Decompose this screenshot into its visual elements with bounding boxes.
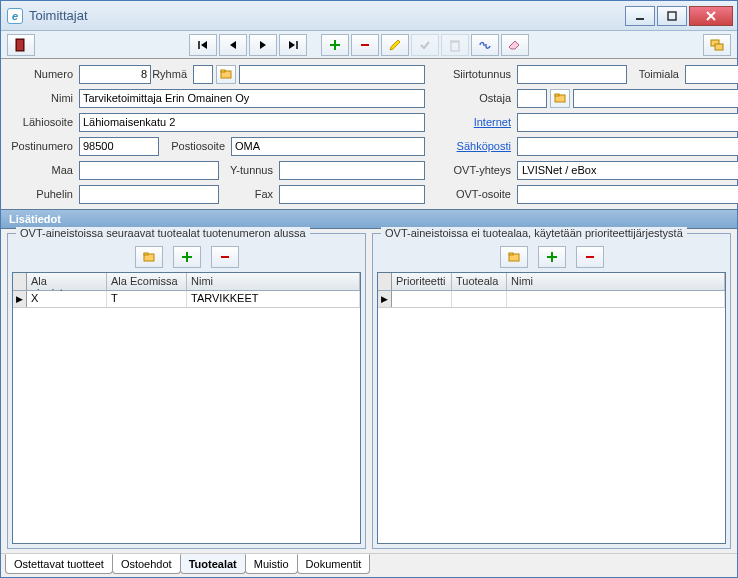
sahkoposti-label[interactable]: Sähköposti (435, 140, 517, 152)
ytunnus-label: Y-tunnus (219, 164, 279, 176)
ostaja-lookup-button[interactable] (550, 89, 570, 108)
ryhma-input[interactable] (193, 65, 213, 84)
first-button[interactable] (189, 34, 217, 56)
grid-left[interactable]: Ala aineistossa Ala Ecomissa Nimi ▶ X T … (12, 272, 361, 544)
toimiala-label: Toimiala (627, 68, 685, 80)
folder-icon (143, 252, 155, 262)
last-button[interactable] (279, 34, 307, 56)
group-right-label: OVT-aineistoissa ei tuotealaa, käytetään… (381, 227, 687, 239)
internet-input[interactable] (517, 113, 738, 132)
plus-icon (546, 251, 558, 263)
maa-input[interactable] (79, 161, 219, 180)
tab-ostoehdot[interactable]: Ostoehdot (112, 554, 181, 574)
confirm-button (411, 34, 439, 56)
window-title: Toimittajat (29, 8, 625, 23)
minus-icon (584, 251, 596, 263)
grid-right-body: ▶ (378, 291, 725, 543)
ostaja-label: Ostaja (435, 92, 517, 104)
maximize-button[interactable] (657, 6, 687, 26)
folder-icon (220, 69, 232, 79)
svg-rect-24 (555, 94, 559, 96)
left-add-button[interactable] (173, 246, 201, 268)
svg-rect-5 (17, 40, 23, 50)
numero-input[interactable] (79, 65, 151, 84)
sahkoposti-input[interactable] (517, 137, 738, 156)
table-row[interactable]: ▶ (378, 291, 725, 308)
puhelin-label: Puhelin (9, 188, 79, 200)
fax-input[interactable] (279, 185, 425, 204)
last-icon (287, 40, 299, 50)
grid-right-header-0: Prioriteetti (392, 273, 452, 290)
right-lookup-button[interactable] (500, 246, 528, 268)
ryhma-lookup-button[interactable] (216, 65, 236, 84)
ovt-yhteys-select[interactable]: LVISNet / eBox (517, 161, 738, 180)
right-add-button[interactable] (538, 246, 566, 268)
grid-right-cell (392, 291, 452, 307)
add-button[interactable] (321, 34, 349, 56)
lahiosoite-label: Lähiosoite (9, 116, 79, 128)
minimize-button[interactable] (625, 6, 655, 26)
ytunnus-input[interactable] (279, 161, 425, 180)
app-icon: e (7, 8, 23, 24)
ovt-yhteys-label: OVT-yhteys (435, 164, 517, 176)
tab-tuotealat[interactable]: Tuotealat (180, 554, 246, 574)
grid-left-header-1: Ala Ecomissa (107, 273, 187, 290)
postinumero-input[interactable] (79, 137, 159, 156)
grid-right[interactable]: Prioriteetti Tuoteala Nimi ▶ (377, 272, 726, 544)
siirtotunnus-label: Siirtotunnus (435, 68, 517, 80)
minus-icon (359, 39, 371, 51)
toolbar (1, 31, 737, 59)
link-icon (478, 39, 492, 51)
nimi-input[interactable] (79, 89, 425, 108)
edit-button[interactable] (381, 34, 409, 56)
svg-marker-15 (390, 40, 400, 50)
ovt-osoite-input[interactable] (517, 185, 738, 204)
lahiosoite-input[interactable] (79, 113, 425, 132)
left-remove-button[interactable] (211, 246, 239, 268)
toimiala-input[interactable] (685, 65, 738, 84)
trash-icon (449, 38, 461, 52)
svg-rect-22 (221, 70, 225, 72)
folder-icon (554, 93, 566, 103)
ostaja-input[interactable] (517, 89, 547, 108)
puhelin-input[interactable] (79, 185, 219, 204)
grid-left-body: ▶ X T TARVIKKEET (13, 291, 360, 543)
left-lookup-button[interactable] (135, 246, 163, 268)
ostaja-name-input[interactable] (573, 89, 738, 108)
ryhma-name-input[interactable] (239, 65, 425, 84)
svg-rect-26 (144, 253, 148, 255)
tab-dokumentit[interactable]: Dokumentit (297, 554, 371, 574)
svg-marker-9 (260, 41, 266, 49)
tab-muistio[interactable]: Muistio (245, 554, 298, 574)
grid-right-cell (452, 291, 507, 307)
close-button[interactable] (689, 6, 733, 26)
table-row[interactable]: ▶ X T TARVIKKEET (13, 291, 360, 308)
postiosoite-input[interactable] (231, 137, 425, 156)
svg-rect-1 (668, 12, 676, 20)
erase-button[interactable] (501, 34, 529, 56)
cascade-icon (710, 39, 724, 51)
svg-rect-16 (451, 42, 459, 51)
maa-label: Maa (9, 164, 79, 176)
grid-right-header-2: Nimi (507, 273, 725, 290)
remove-button[interactable] (351, 34, 379, 56)
group-right: OVT-aineistoissa ei tuotealaa, käytetään… (372, 233, 731, 549)
right-remove-button[interactable] (576, 246, 604, 268)
internet-label[interactable]: Internet (435, 116, 517, 128)
section-header: Lisätiedot (1, 209, 737, 229)
prev-button[interactable] (219, 34, 247, 56)
row-marker-head (13, 273, 27, 290)
tab-ostettavat-tuotteet[interactable]: Ostettavat tuotteet (5, 554, 113, 574)
fax-label: Fax (219, 188, 279, 200)
group-left: OVT-aineistoissa seuraavat tuotealat tuo… (7, 233, 366, 549)
tabs: Ostettavat tuotteet Ostoehdot Tuotealat … (1, 553, 737, 577)
svg-marker-7 (201, 41, 207, 49)
siirtotunnus-input[interactable] (517, 65, 627, 84)
group-left-label: OVT-aineistoissa seuraavat tuotealat tuo… (16, 227, 310, 239)
link-button[interactable] (471, 34, 499, 56)
exit-button[interactable] (7, 34, 35, 56)
postiosoite-label: Postiosoite (159, 140, 231, 152)
cascade-button[interactable] (703, 34, 731, 56)
next-button[interactable] (249, 34, 277, 56)
folder-icon (508, 252, 520, 262)
